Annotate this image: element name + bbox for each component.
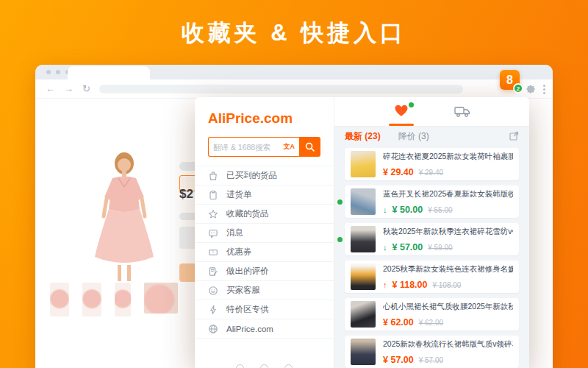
list-item: 蓝色开叉长裙2025春夏新款女装韩版收腰显瘦... ↓ ¥ 50.00 ¥ 55… bbox=[345, 185, 519, 218]
list-item: 2025新款春秋流行长裙韩版气质v领碎花雪纺连... ¥ 57.00 ¥ 57.… bbox=[345, 336, 519, 368]
product-title: 2025秋季新款女装纯色连衣裙修身名媛长袖大摆... bbox=[383, 264, 513, 275]
browser-toolbar: ← → ↻ 8 2 bbox=[35, 79, 553, 99]
filter-row: 最新 (23) 降价 (3) bbox=[334, 127, 529, 146]
pink-dress-illustration bbox=[70, 149, 179, 281]
menu-item-reviews[interactable]: 做出的评价 bbox=[195, 262, 334, 281]
current-price: ¥ 50.00 bbox=[392, 205, 423, 215]
tab-favorites[interactable] bbox=[385, 97, 417, 126]
translate-icon[interactable]: 文A bbox=[284, 142, 295, 152]
product-card[interactable]: 碎花连衣裙夏2025新款女装荷叶袖裹腰中长款... ¥ 29.40 ¥ 29.4… bbox=[345, 148, 519, 180]
product-thumbnail[interactable] bbox=[144, 283, 178, 314]
current-price: ¥ 118.00 bbox=[392, 280, 428, 290]
promo-canvas: 收藏夹 & 快捷入口 ← → ↻ 8 2 bbox=[0, 0, 588, 368]
heart-icon bbox=[394, 104, 409, 117]
menu-item-customer-service[interactable]: 买家客服 bbox=[195, 281, 334, 300]
favorites-list: 碎花连衣裙夏2025新款女装荷叶袖裹腰中长款... ¥ 29.40 ¥ 29.4… bbox=[334, 146, 529, 368]
product-card[interactable]: 秋装2025年新款秋季连衣裙碎花雪纺v领长袖收... ↓ ¥ 57.00 ¥ 5… bbox=[345, 223, 519, 255]
search-box: 文A bbox=[208, 137, 299, 157]
price-down-icon: ↓ bbox=[383, 243, 387, 252]
search-input[interactable] bbox=[213, 143, 284, 152]
truck-icon bbox=[454, 106, 471, 118]
menu-item-special-offers[interactable]: 特价区专供 bbox=[195, 300, 334, 319]
review-icon bbox=[208, 266, 218, 277]
menu-item-messages[interactable]: 消息 bbox=[195, 224, 334, 243]
window-controls[interactable] bbox=[46, 70, 70, 74]
current-price: ¥ 62.00 bbox=[383, 317, 414, 328]
price-down-icon: ↓ bbox=[383, 205, 387, 214]
green-status-dot bbox=[409, 102, 414, 107]
coupon-icon bbox=[208, 247, 218, 258]
menu-item-favorites[interactable]: 收藏的货品 bbox=[195, 205, 334, 224]
product-thumbnail[interactable] bbox=[115, 283, 131, 316]
product-thumbnail bbox=[351, 188, 376, 215]
forward-icon[interactable]: → bbox=[64, 84, 74, 93]
product-main-image bbox=[70, 149, 179, 281]
product-thumbnail[interactable] bbox=[50, 283, 69, 316]
product-title: 心机小黑裙长裙气质收腰2025年新款秋装女赫本... bbox=[383, 302, 513, 312]
footer-icon[interactable] bbox=[260, 364, 268, 368]
menu-label: 消息 bbox=[226, 227, 243, 238]
menu-label: AliPrice.com bbox=[226, 325, 273, 333]
current-price: ¥ 57.00 bbox=[383, 355, 414, 365]
back-icon[interactable]: ← bbox=[46, 84, 55, 93]
popup-menu: 已买到的货品 进货单 收藏的货品 消息 优惠券 bbox=[195, 166, 334, 339]
browser-tab[interactable] bbox=[68, 66, 150, 79]
product-thumbnail[interactable] bbox=[82, 283, 101, 316]
notification-badge: 2 bbox=[513, 83, 523, 93]
product-thumbnail bbox=[351, 151, 376, 177]
product-thumbnails bbox=[50, 283, 178, 316]
footer-icon[interactable] bbox=[236, 364, 244, 368]
product-title: 秋装2025年新款秋季连衣裙碎花雪纺v领长袖收... bbox=[383, 227, 513, 237]
chat-icon bbox=[208, 228, 218, 238]
list-item: 2025秋季新款女装纯色连衣裙修身名媛长袖大摆... ↑ ¥ 118.00 ¥ … bbox=[345, 261, 519, 293]
menu-label: 特价区专供 bbox=[226, 304, 269, 315]
product-thumbnail bbox=[351, 339, 376, 365]
product-title: 碎花连衣裙夏2025新款女装荷叶袖裹腰中长款... bbox=[383, 152, 513, 162]
smiley-icon bbox=[208, 286, 218, 296]
current-price: ¥ 57.00 bbox=[392, 242, 423, 252]
product-card[interactable]: 心机小黑裙长裙气质收腰2025年新款秋装女赫本... ¥ 62.00 ¥ 62.… bbox=[345, 298, 519, 330]
extensions-puzzle-icon[interactable] bbox=[526, 84, 536, 97]
address-bar[interactable] bbox=[99, 85, 463, 93]
price-up-icon: ↑ bbox=[383, 280, 387, 289]
menu-item-purchased[interactable]: 已买到的货品 bbox=[195, 166, 334, 185]
popup-menu-panel: AliPrice.com 文A 已买到的货品 bbox=[195, 97, 334, 368]
product-thumbnail bbox=[351, 226, 376, 252]
menu-item-coupons[interactable]: 优惠券 bbox=[195, 243, 334, 262]
tab-shipments[interactable] bbox=[447, 97, 479, 126]
filter-price-drop[interactable]: 降价 (3) bbox=[398, 130, 429, 143]
popup-footer-icons bbox=[195, 364, 334, 368]
old-price: ¥ 29.40 bbox=[419, 169, 443, 177]
menu-label: 收藏的货品 bbox=[226, 208, 269, 219]
favorites-panel: 最新 (23) 降价 (3) 碎花连衣裙夏2025新款女装荷叶袖裹腰中长款...… bbox=[334, 97, 529, 368]
search-button[interactable] bbox=[299, 137, 320, 157]
old-price: ¥ 57.00 bbox=[419, 356, 443, 364]
menu-label: 优惠券 bbox=[226, 247, 252, 258]
list-item: 心机小黑裙长裙气质收腰2025年新款秋装女赫本... ¥ 62.00 ¥ 62.… bbox=[345, 298, 519, 330]
old-price: ¥ 62.00 bbox=[419, 319, 443, 327]
old-price: ¥ 108.00 bbox=[432, 281, 461, 289]
current-price: ¥ 29.40 bbox=[383, 167, 414, 177]
footer-icon[interactable] bbox=[284, 364, 293, 368]
product-price: $2 bbox=[179, 187, 193, 202]
product-card[interactable]: 2025秋季新款女装纯色连衣裙修身名媛长袖大摆... ↑ ¥ 118.00 ¥ … bbox=[345, 261, 519, 293]
star-icon bbox=[208, 209, 218, 219]
refresh-icon[interactable]: ↻ bbox=[82, 84, 90, 93]
old-price: ¥ 59.00 bbox=[428, 244, 452, 252]
browser-menu-icon[interactable] bbox=[543, 83, 545, 96]
bag-icon bbox=[208, 171, 218, 181]
aliprice-logo[interactable]: AliPrice.com bbox=[208, 110, 320, 127]
product-card[interactable]: 蓝色开叉长裙2025春夏新款女装韩版收腰显瘦... ↓ ¥ 50.00 ¥ 55… bbox=[345, 185, 519, 218]
filter-latest[interactable]: 最新 (23) bbox=[345, 130, 381, 143]
menu-label: 买家客服 bbox=[226, 285, 260, 296]
globe-icon bbox=[208, 324, 218, 334]
list-item: 碎花连衣裙夏2025新款女装荷叶袖裹腰中长款... ¥ 29.40 ¥ 29.4… bbox=[345, 148, 519, 180]
extension-badge[interactable]: 8 2 bbox=[500, 70, 520, 90]
open-external-icon[interactable] bbox=[509, 130, 519, 144]
menu-item-aliprice-site[interactable]: AliPrice.com bbox=[195, 319, 334, 339]
menu-label: 做出的评价 bbox=[226, 266, 269, 277]
list-item: 秋装2025年新款秋季连衣裙碎花雪纺v领长袖收... ↓ ¥ 57.00 ¥ 5… bbox=[345, 223, 519, 255]
product-card[interactable]: 2025新款春秋流行长裙韩版气质v领碎花雪纺连... ¥ 57.00 ¥ 57.… bbox=[345, 336, 519, 368]
browser-tabstrip bbox=[35, 65, 553, 79]
menu-item-purchase-list[interactable]: 进货单 bbox=[195, 185, 334, 205]
